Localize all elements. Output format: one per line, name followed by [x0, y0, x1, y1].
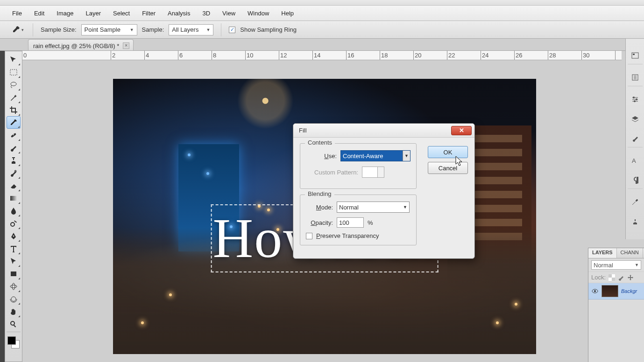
lock-label: Lock:: [591, 274, 606, 281]
menu-analysis[interactable]: Analysis: [162, 7, 196, 20]
tool-rectangle[interactable]: [7, 267, 21, 280]
svg-text:A: A: [632, 157, 636, 164]
use-label: Use:: [306, 153, 337, 160]
sample-size-select[interactable]: Point Sample▼: [81, 24, 137, 35]
mode-label: Mode:: [306, 204, 333, 211]
active-tool-icon[interactable]: ▾: [9, 24, 25, 36]
dock-tools-icon[interactable]: [630, 196, 641, 208]
tool-brush[interactable]: [7, 141, 21, 154]
dialog-titlebar[interactable]: Fill ✕: [293, 124, 474, 138]
toolbox-separator: [7, 332, 21, 332]
menu-window[interactable]: Window: [241, 7, 275, 20]
show-sampling-ring-checkbox[interactable]: ✓: [229, 27, 235, 33]
sample-value: All Layers: [172, 26, 198, 33]
mode-value: Normal: [339, 204, 359, 211]
dialog-close-button[interactable]: ✕: [451, 126, 472, 135]
svg-rect-23: [635, 219, 636, 221]
lock-move-icon[interactable]: [627, 274, 634, 281]
close-tab-icon[interactable]: ×: [123, 42, 129, 49]
tab-channels[interactable]: CHANN: [617, 248, 643, 258]
svg-point-12: [12, 283, 15, 290]
ok-button[interactable]: OK: [428, 146, 468, 158]
dock-character-icon[interactable]: A: [630, 155, 641, 166]
tool-3d-orbit[interactable]: [7, 292, 21, 305]
chevron-down-icon: ▼: [206, 28, 210, 32]
cancel-button[interactable]: Cancel: [428, 162, 468, 174]
lock-transparency-icon[interactable]: [609, 274, 615, 281]
tool-zoom[interactable]: [7, 318, 21, 330]
menu-filter[interactable]: Filter: [136, 7, 162, 20]
svg-rect-25: [609, 274, 612, 278]
svg-point-28: [594, 290, 596, 292]
tool-pen[interactable]: [7, 230, 21, 242]
blending-legend: Blending: [305, 190, 334, 197]
use-dropdown[interactable]: Content-Aware ▼: [340, 150, 410, 161]
menu-edit[interactable]: Edit: [28, 7, 50, 20]
document-tab-bar: rain effect.jpg @ 25% (RGB/8) * ×: [0, 39, 644, 51]
sample-select[interactable]: All Layers▼: [169, 24, 213, 35]
menu-view[interactable]: View: [216, 7, 241, 20]
tool-history-brush[interactable]: [7, 167, 21, 179]
dock-paragraph-icon[interactable]: [630, 174, 641, 186]
tool-crop[interactable]: [7, 104, 21, 116]
svg-rect-26: [612, 278, 615, 281]
tool-3d-rotate[interactable]: [7, 280, 21, 292]
lock-paint-icon[interactable]: [618, 274, 624, 281]
svg-rect-4: [12, 157, 15, 158]
tool-marquee[interactable]: [7, 66, 21, 78]
fill-dialog: Fill ✕ OK Cancel Contents Use: Content-A…: [293, 123, 475, 259]
custom-pattern-picker: [362, 166, 384, 178]
tool-hand[interactable]: [7, 305, 21, 318]
dock-clone-source-icon[interactable]: [630, 216, 641, 227]
tool-gradient[interactable]: [7, 192, 21, 204]
opacity-label: Opacity:: [306, 219, 333, 226]
tool-healing[interactable]: [7, 129, 21, 141]
horizontal-ruler[interactable]: 0 2 4 6 8 10 12 14 16 18 20 22 24 26 28 …: [22, 51, 622, 60]
workspace: rain effect.jpg @ 25% (RGB/8) * ×: [0, 51, 644, 362]
foreground-color-swatch[interactable]: [7, 336, 16, 345]
document-tab-title: rain effect.jpg @ 25% (RGB/8) *: [33, 42, 119, 49]
dock-layers-icon[interactable]: [630, 113, 641, 125]
mode-dropdown[interactable]: Normal ▼: [337, 202, 410, 213]
tool-dodge[interactable]: [7, 217, 21, 230]
options-bar: ▾ Sample Size: Point Sample▼ Sample: All…: [0, 21, 644, 39]
menu-layer[interactable]: Layer: [80, 7, 107, 20]
tool-type[interactable]: [7, 242, 21, 255]
tool-clone[interactable]: [7, 154, 21, 167]
use-value: Content-Aware: [343, 153, 383, 160]
layer-thumbnail[interactable]: [602, 285, 618, 297]
chevron-down-icon: ▼: [403, 205, 407, 209]
document-tab[interactable]: rain effect.jpg @ 25% (RGB/8) * ×: [28, 39, 134, 50]
tool-eyedropper[interactable]: [7, 116, 21, 129]
dock-sliders-icon[interactable]: [630, 94, 641, 105]
chevron-down-icon: ▼: [130, 28, 134, 32]
dock-minibridge-icon[interactable]: [630, 50, 641, 61]
preserve-transparency-checkbox[interactable]: [306, 233, 312, 239]
svg-point-11: [10, 285, 17, 288]
tab-layers[interactable]: LAYERS: [588, 248, 617, 258]
tool-move[interactable]: [7, 53, 21, 66]
dock-brush-icon[interactable]: [630, 133, 641, 144]
lock-row: Lock:: [588, 272, 644, 283]
menu-file[interactable]: File: [6, 7, 28, 20]
right-dock: A: [625, 39, 644, 239]
tool-eraser[interactable]: [7, 179, 21, 192]
tool-lasso[interactable]: [7, 78, 21, 91]
tool-path-select[interactable]: [7, 255, 21, 267]
divider: [221, 23, 221, 36]
tool-blur[interactable]: [7, 204, 21, 217]
tool-magic-wand[interactable]: [7, 91, 21, 104]
menu-help[interactable]: Help: [275, 7, 300, 20]
dock-history-icon[interactable]: [630, 72, 641, 83]
opacity-input[interactable]: 100: [337, 217, 364, 228]
svg-rect-8: [14, 220, 17, 223]
svg-point-19: [633, 97, 635, 98]
menu-image[interactable]: Image: [50, 7, 79, 20]
menu-3d[interactable]: 3D: [196, 7, 216, 20]
blend-mode-select[interactable]: Normal▼: [591, 260, 641, 270]
layer-row-background[interactable]: Backgr: [588, 283, 644, 299]
menu-select[interactable]: Select: [107, 7, 136, 20]
color-swatches[interactable]: [7, 335, 21, 349]
blend-mode-value: Normal: [594, 262, 613, 269]
visibility-eye-icon[interactable]: [591, 287, 599, 295]
